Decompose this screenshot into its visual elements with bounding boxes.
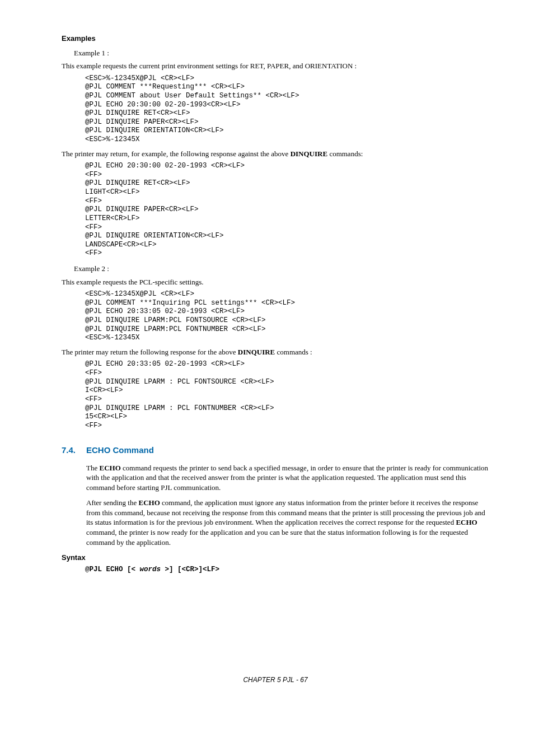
page-footer: CHAPTER 5 PJL - 67: [62, 675, 489, 684]
section-heading-row: 7.4. ECHO Command: [62, 445, 489, 456]
example2-label: Example 2 :: [74, 264, 489, 274]
text-post: commands:: [327, 150, 363, 158]
section-body: The ECHO command requests the printer to…: [86, 463, 489, 547]
example1-response-intro: The printer may return, for example, the…: [62, 149, 489, 159]
code-block-4: @PJL ECHO 20:33:05 02-20-1993 <CR><LF> <…: [85, 360, 489, 430]
text-pre: The printer may return, for example, the…: [62, 150, 291, 158]
syntax-code: @PJL ECHO [< words >] [<CR>]<LF>: [85, 565, 489, 575]
text-pre: The: [86, 464, 99, 472]
code-block-2: @PJL ECHO 20:30:00 02-20-1993 <CR><LF> <…: [85, 162, 489, 258]
echo-bold-1: ECHO: [139, 498, 160, 507]
example2-intro: This example requests the PCL-specific s…: [62, 277, 489, 287]
text-post: commands :: [275, 348, 312, 356]
section-title: ECHO Command: [86, 445, 154, 456]
syntax-heading: Syntax: [62, 553, 489, 563]
example1-intro: This example requests the current print …: [62, 61, 489, 71]
echo-paragraph-2: After sending the ECHO command, the appl…: [86, 498, 489, 547]
dinquire-bold: DINQUIRE: [238, 348, 275, 356]
example2-response-intro: The printer may return the following res…: [62, 347, 489, 357]
dinquire-bold: DINQUIRE: [291, 150, 327, 158]
text-pre: The printer may return the following res…: [62, 348, 238, 356]
code-block-1: <ESC>%-12345X@PJL <CR><LF> @PJL COMMENT …: [85, 74, 489, 144]
section-number: 7.4.: [62, 445, 86, 456]
syntax-pre: @PJL ECHO [<: [85, 566, 140, 573]
echo-bold: ECHO: [99, 464, 120, 472]
example1-label: Example 1 :: [74, 48, 489, 58]
text-pre: After sending the: [86, 498, 139, 507]
echo-paragraph-1: The ECHO command requests the printer to…: [86, 463, 489, 493]
examples-heading: Examples: [62, 34, 489, 44]
text-post: command, the printer is now ready for th…: [86, 528, 468, 547]
code-block-3: <ESC>%-12345X@PJL <CR><LF> @PJL COMMENT …: [85, 290, 489, 343]
text-post: command requests the printer to send bac…: [86, 464, 488, 492]
echo-bold-2: ECHO: [456, 518, 477, 526]
syntax-post: >] [<CR>]<LF>: [161, 566, 219, 573]
syntax-italic: words: [140, 566, 161, 573]
